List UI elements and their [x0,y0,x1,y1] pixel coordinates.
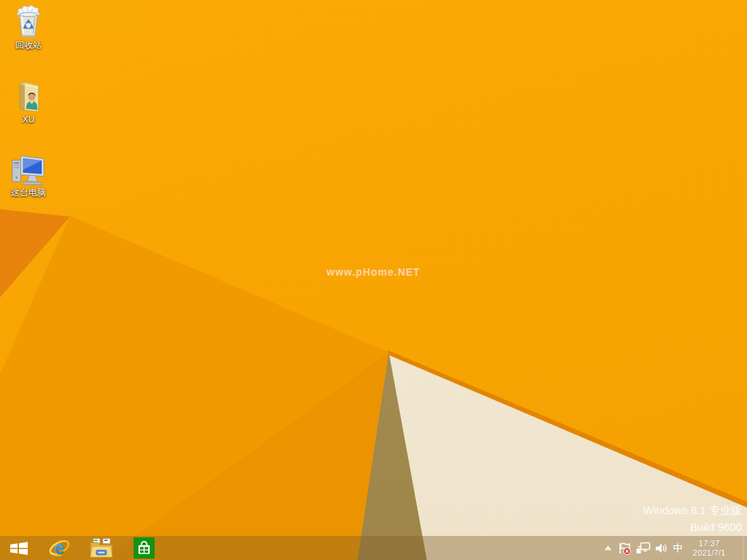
taskbar-internet-explorer-button[interactable]: e [38,536,80,560]
site-watermark: www.pHome.NET [0,266,747,278]
taskbar-file-explorer-button[interactable] [80,536,123,560]
os-build-line: Build 9600 [643,518,742,535]
tray-clock[interactable]: 17:37 2021/7/1 [686,539,732,558]
system-tray: 中 17:37 2021/7/1 [600,536,747,560]
action-center-flag-icon[interactable] [616,536,633,560]
windows-logo-icon [9,541,28,556]
windows-store-icon [133,537,155,559]
desktop-icon-this-pc[interactable]: 这台电脑 [1,153,55,198]
recycle-bin-icon [12,3,45,39]
volume-icon[interactable] [652,536,670,560]
os-edition-line: Windows 8.1 专业版 [643,502,742,518]
flag-alert-icon [617,542,632,555]
start-button[interactable] [0,536,38,560]
user-folder-icon [13,79,44,114]
file-explorer-icon [89,537,114,559]
hidden-icons-chevron-icon[interactable] [600,536,616,560]
desktop-icon-label: 回收站 [15,41,42,50]
show-desktop-button[interactable] [743,536,747,560]
desktop-icon-recycle-bin[interactable]: 回收站 [1,3,55,50]
computer-icon [10,153,47,187]
speaker-icon [654,542,668,554]
desktop-icon-label: XU [23,115,35,125]
tray-date: 2021/7/1 [693,548,726,558]
taskbar-windows-store-button[interactable] [123,536,165,560]
desktop-icon-xu-folder[interactable]: XU [1,79,55,125]
network-icon[interactable] [633,536,652,560]
windows-desktop: www.pHome.NET Windows 8.1 专业版 Build 9600… [0,0,747,560]
desktop-icon-label: 这台电脑 [11,188,46,198]
taskbar: e [0,536,747,560]
internet-explorer-icon: e [48,537,71,559]
os-edition-watermark: Windows 8.1 专业版 Build 9600 [643,502,742,535]
network-monitor-icon [635,542,651,555]
ime-indicator[interactable]: 中 [670,536,686,560]
ime-language-label: 中 [673,542,683,555]
chevron-up-icon [604,545,612,551]
tray-time: 17:37 [699,539,720,548]
